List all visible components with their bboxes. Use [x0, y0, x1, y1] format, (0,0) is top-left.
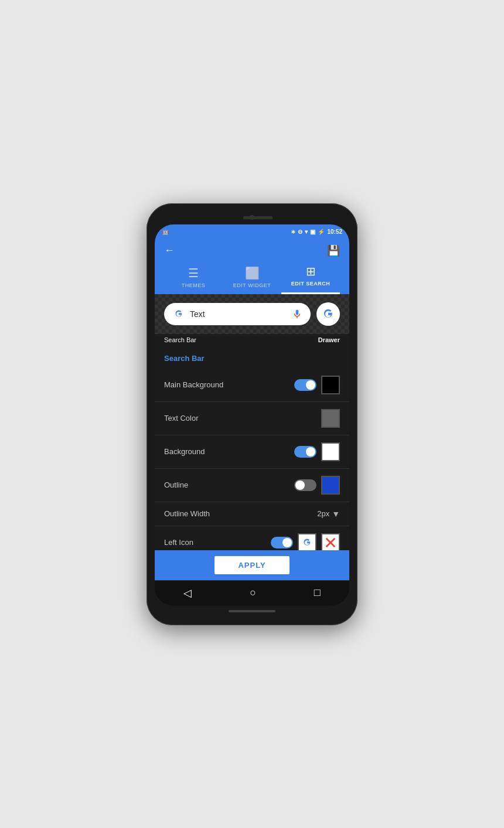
- toggle-thumb: [282, 538, 292, 547]
- phone-screen: 🤖 ∗ ⊖ ▾ ▣ ⚡ 10:52 ← 💾 ☰ THEMES: [155, 224, 349, 605]
- edit-search-icon: ⊞: [306, 264, 316, 278]
- drawer-icon-area: [316, 302, 340, 326]
- setting-background: Background: [155, 435, 349, 469]
- text-color-controls: [321, 409, 340, 428]
- app-bar: ← 💾 ☰ THEMES ⬜ EDIT WIDGET ⊞ EDIT SEARCH: [155, 240, 349, 294]
- app-bar-top: ← 💾: [164, 244, 340, 257]
- toggle-thumb: [295, 481, 305, 490]
- google-g-large-icon: [316, 302, 340, 326]
- mute-icon: ⊖: [298, 229, 302, 235]
- setting-main-background: Main Background: [155, 369, 349, 402]
- setting-outline-width: Outline Width 2px ▼: [155, 502, 349, 526]
- battery-icon: ⚡: [318, 229, 325, 235]
- home-bar: [229, 610, 275, 612]
- outline-controls: [294, 476, 340, 495]
- themes-icon: ☰: [188, 266, 199, 280]
- outline-width-controls: 2px ▼: [317, 509, 340, 519]
- main-background-toggle[interactable]: [294, 379, 316, 391]
- left-icon-toggle[interactable]: [271, 537, 293, 548]
- left-icon-google-option[interactable]: [298, 533, 316, 550]
- main-background-swatch[interactable]: [321, 376, 340, 394]
- save-button[interactable]: 💾: [327, 244, 340, 257]
- nav-back-icon[interactable]: ◁: [183, 587, 192, 599]
- settings-area: Search Bar Main Background Text Color: [155, 346, 349, 550]
- background-label: Background: [164, 447, 205, 456]
- status-left-icons: 🤖: [162, 229, 169, 235]
- setting-text-color: Text Color: [155, 402, 349, 435]
- setting-left-icon: Left Icon: [155, 526, 349, 550]
- apply-button[interactable]: APPLY: [214, 556, 289, 574]
- tab-edit-search[interactable]: ⊞ EDIT SEARCH: [281, 264, 340, 294]
- nav-bar: ◁ ○ □: [155, 580, 349, 605]
- wifi-icon: ▾: [305, 229, 308, 235]
- phone-bottom: [155, 605, 349, 617]
- setting-outline: Outline: [155, 469, 349, 502]
- toggle-thumb: [306, 380, 315, 390]
- preview-area: Text: [155, 294, 349, 334]
- main-background-controls: [294, 376, 340, 394]
- signal-icon: ▣: [310, 229, 315, 235]
- phone-device: 🤖 ∗ ⊖ ▾ ▣ ⚡ 10:52 ← 💾 ☰ THEMES: [147, 203, 357, 625]
- left-icon-label: Left Icon: [164, 538, 193, 547]
- back-button[interactable]: ←: [164, 244, 175, 257]
- outline-width-value: 2px: [317, 509, 329, 518]
- camera: [250, 215, 254, 220]
- clock: 10:52: [327, 229, 342, 235]
- preview-labels: Search Bar Drawer: [155, 334, 349, 346]
- nav-recent-icon[interactable]: □: [314, 587, 321, 599]
- outline-toggle[interactable]: [294, 479, 316, 491]
- search-bar-preview: Text: [164, 303, 311, 325]
- outline-width-dropdown[interactable]: 2px ▼: [317, 509, 340, 519]
- left-icon-remove-option[interactable]: [321, 533, 340, 550]
- google-g-small-icon: [172, 308, 185, 321]
- tab-edit-widget[interactable]: ⬜ EDIT WIDGET: [223, 266, 281, 294]
- edit-widget-icon: ⬜: [245, 266, 260, 280]
- status-bar: 🤖 ∗ ⊖ ▾ ▣ ⚡ 10:52: [155, 224, 349, 240]
- search-preview-text: Text: [190, 309, 287, 319]
- android-icon: 🤖: [162, 229, 169, 235]
- nav-home-icon[interactable]: ○: [250, 587, 256, 599]
- background-toggle[interactable]: [294, 446, 316, 458]
- main-background-label: Main Background: [164, 380, 223, 389]
- outline-width-label: Outline Width: [164, 509, 210, 518]
- apply-bar: APPLY: [155, 550, 349, 580]
- section-title: Search Bar: [155, 346, 349, 369]
- tab-bar: ☰ THEMES ⬜ EDIT WIDGET ⊞ EDIT SEARCH: [164, 264, 340, 294]
- bluetooth-icon: ∗: [291, 229, 295, 235]
- dropdown-arrow-icon: ▼: [332, 509, 340, 519]
- phone-top: [155, 212, 349, 224]
- outline-swatch[interactable]: [321, 476, 340, 495]
- status-right-icons: ∗ ⊖ ▾ ▣ ⚡ 10:52: [291, 229, 342, 235]
- search-bar-label: Search Bar: [164, 336, 196, 343]
- toggle-thumb: [306, 447, 315, 456]
- speaker: [243, 216, 273, 219]
- text-color-swatch[interactable]: [321, 409, 340, 428]
- text-color-label: Text Color: [164, 414, 199, 422]
- left-icon-controls: [271, 533, 340, 550]
- tab-themes[interactable]: ☰ THEMES: [164, 266, 223, 294]
- drawer-label: Drawer: [318, 336, 340, 343]
- background-swatch[interactable]: [321, 442, 340, 461]
- outline-label: Outline: [164, 481, 188, 489]
- mic-icon: [292, 309, 302, 319]
- background-controls: [294, 442, 340, 461]
